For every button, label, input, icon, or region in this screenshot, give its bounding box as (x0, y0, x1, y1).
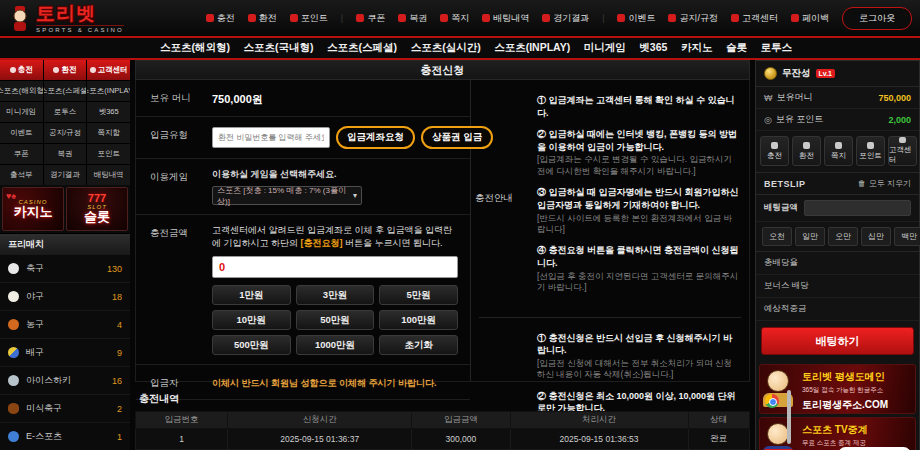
top-menu-charge[interactable]: 충전 (206, 12, 235, 25)
nav-sports-inplay[interactable]: 스포츠(INPLAY) (494, 41, 570, 55)
quick-attendance[interactable]: 출석부 (0, 165, 43, 185)
site-logo[interactable]: 토리벳 SPORTS & CASINO (8, 4, 138, 33)
top-menu-point[interactable]: 포인트 (290, 12, 328, 25)
amount-500k-button[interactable]: 50만원 (296, 310, 375, 330)
chip-10000-button[interactable]: 일만 (795, 227, 825, 246)
quick-inbox[interactable]: 쪽지함 (87, 123, 130, 143)
amount-100k-button[interactable]: 10만원 (212, 310, 291, 330)
nav-lotus[interactable]: 로투스 (761, 41, 793, 55)
balance-label: 보유 머니 (150, 89, 212, 105)
message-button[interactable]: 쪽지 (824, 136, 853, 166)
top-menu-notice[interactable]: 공지/규정 (668, 12, 718, 25)
scrollbar-thumb[interactable] (787, 390, 791, 444)
logout-button[interactable]: 로그아웃 (842, 7, 912, 30)
slot-banner[interactable]: 777 SLOT 슬롯 (66, 187, 128, 231)
quick-event[interactable]: 이벤트 (0, 123, 43, 143)
charge-button[interactable]: 충전 (760, 136, 789, 166)
quick-bet365[interactable]: 벳365 (87, 102, 130, 122)
nav-casino[interactable]: 카지노 (681, 41, 713, 55)
top-menu-coupon[interactable]: 쿠폰 (356, 12, 385, 25)
quick-sports-special[interactable]: 스포츠(스페셜) (44, 81, 87, 101)
sidebar-item-esports[interactable]: E-스포츠 1 (0, 423, 130, 450)
quick-point[interactable]: 포인트 (87, 144, 130, 164)
top-menu-support[interactable]: 고객센터 (731, 12, 778, 25)
tv-banner[interactable]: 스포츠 TV중계 무료 스포츠 중계 제공 LIVE 바로가기 CLICK (759, 417, 916, 450)
amount-30k-button[interactable]: 3만원 (296, 285, 375, 305)
charge-icon (771, 142, 778, 149)
top-menu-event[interactable]: 이벤트 (617, 12, 655, 25)
quick-sports-overseas[interactable]: 스포츠(해외형) (0, 81, 43, 101)
chip-5000-button[interactable]: 오천 (762, 227, 792, 246)
charge-guide-block: 충전안내 ① 입금계좌는 고객센터 통해 확인 하실 수 있습니다. ② 입금하… (471, 80, 749, 317)
quick-menu: 충전 환전 고객센터 스포츠(해외형) 스포츠(스페셜) 스포츠(INPLAY)… (0, 60, 130, 185)
chip-50000-button[interactable]: 오만 (828, 227, 858, 246)
quick-support[interactable]: 고객센터 (87, 60, 130, 80)
top-menu-results[interactable]: 경기결과 (542, 12, 589, 25)
sidebar-item-ice-hockey[interactable]: 아이스하키 16 (0, 367, 130, 395)
sidebar-item-soccer[interactable]: 축구 130 (0, 255, 130, 283)
nav-sports-live[interactable]: 스포츠(실시간) (411, 41, 481, 55)
sidebar-item-basketball[interactable]: 농구 4 (0, 311, 130, 339)
request-account-button[interactable]: 입금계좌요청 (336, 126, 415, 149)
amount-guide: 고객센터에서 알려드린 입금계좌로 이체 후 입금액을 입력란에 기입하시고 하… (212, 224, 458, 250)
amount-50k-button[interactable]: 5만원 (379, 285, 458, 305)
quick-charge[interactable]: 충전 (0, 60, 43, 80)
charge-icon (206, 14, 214, 22)
count-badge: 2 (117, 404, 122, 414)
amount-1m-button[interactable]: 100만원 (379, 310, 458, 330)
nav-bet365[interactable]: 벳365 (639, 41, 667, 55)
point-button[interactable]: 포인트 (856, 136, 885, 166)
quick-actions: 충전 환전 쪽지 포인트 고객센터 (756, 131, 919, 173)
quick-sports-inplay[interactable]: 스포츠(INPLAY) (87, 81, 130, 101)
clear-all-button[interactable]: 🗑모두 지우기 (858, 178, 911, 189)
amount-5m-button[interactable]: 500만원 (212, 335, 291, 355)
message-icon (440, 14, 448, 22)
casino-banner[interactable]: ♥♠ CASINO 카지노 (2, 187, 64, 231)
support-button[interactable]: 고객센터 (888, 136, 917, 166)
nav-sports-domestic[interactable]: 스포츠(국내형) (244, 41, 314, 55)
notice-icon (668, 14, 676, 22)
top-menu-lottery[interactable]: 복권 (398, 12, 427, 25)
chip-100000-button[interactable]: 십만 (861, 227, 891, 246)
nav-minigame[interactable]: 미니게임 (584, 41, 626, 55)
top-menu-bet-history[interactable]: 배팅내역 (482, 12, 529, 25)
top-menu-payback[interactable]: 페이백 (791, 12, 829, 25)
quick-minigame[interactable]: 미니게임 (0, 102, 43, 122)
chip-1000000-button[interactable]: 백만 (894, 227, 920, 246)
football-icon (8, 403, 19, 414)
sidebar-item-volleyball[interactable]: 배구 9 (0, 339, 130, 367)
nav-slot[interactable]: 슬롯 (726, 41, 747, 55)
exchange-icon (53, 67, 59, 73)
sidebar-item-football[interactable]: 미식축구 2 (0, 395, 130, 423)
bet-button[interactable]: 배팅하기 (761, 327, 914, 355)
nav-sports-special[interactable]: 스포츠(스페셜) (327, 41, 397, 55)
level-badge: Lv.1 (816, 69, 836, 78)
sidebar-item-baseball[interactable]: 야구 18 (0, 283, 130, 311)
nav-sports-overseas[interactable]: 스포츠(해외형) (160, 41, 230, 55)
top-menu-message[interactable]: 쪽지 (440, 12, 469, 25)
menu-divider: | (602, 13, 604, 23)
quick-exchange[interactable]: 환전 (44, 60, 87, 80)
top-menu-exchange[interactable]: 환전 (248, 12, 277, 25)
total-odds-row: 총배당율 (756, 252, 919, 275)
quick-lottery[interactable]: 복권 (44, 144, 87, 164)
domain-banner[interactable]: 토리벳 평생도메인 365일 접속 가능한 한글주소 토리평생주소.COM (759, 364, 916, 414)
quick-notice[interactable]: 공지/규정 (44, 123, 87, 143)
bet-amount-label: 배팅금액 (764, 202, 798, 214)
quick-bet-history[interactable]: 배팅내역 (87, 165, 130, 185)
guide-label: 충전안내 (471, 94, 537, 303)
game-select[interactable]: 스포츠 [첫충 : 15% 매충 : 7% (3폴이상)] ▾ (212, 186, 362, 205)
amount-10k-button[interactable]: 1만원 (212, 285, 291, 305)
amount-reset-button[interactable]: 초기화 (379, 335, 458, 355)
exchange-button[interactable]: 환전 (792, 136, 821, 166)
quick-coupon[interactable]: 쿠폰 (0, 144, 43, 164)
quick-lotus[interactable]: 로투스 (44, 102, 87, 122)
amount-input[interactable] (212, 256, 458, 278)
game-label: 이용게임 (150, 168, 212, 184)
support-icon (731, 14, 739, 22)
bet-amount-input[interactable] (804, 200, 911, 216)
amount-10m-button[interactable]: 1000만원 (296, 335, 375, 355)
money-row: ₩ 보유머니 750,000 (756, 87, 919, 109)
exchange-password-input[interactable] (212, 127, 330, 148)
quick-results[interactable]: 경기결과 (44, 165, 87, 185)
